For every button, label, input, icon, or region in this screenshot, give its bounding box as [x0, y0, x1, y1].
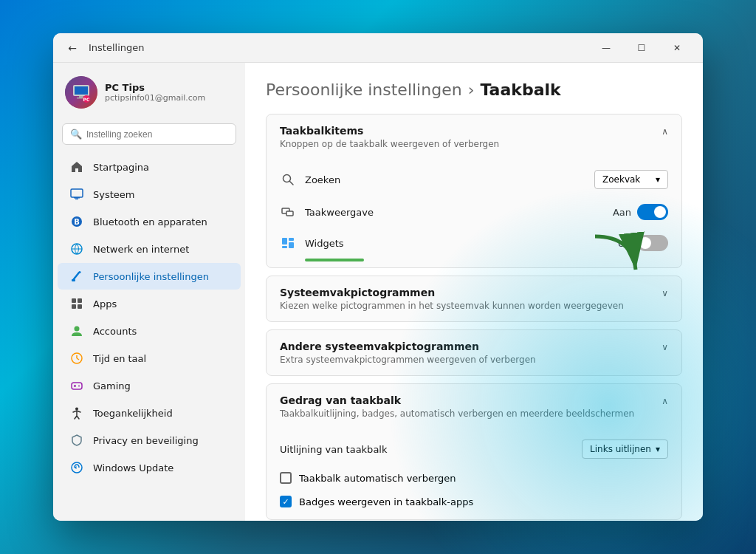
maximize-button[interactable]: ☐: [625, 36, 659, 60]
nav-label-taal: Tijd en taal: [93, 353, 146, 364]
svg-rect-19: [72, 304, 76, 309]
section-taakbalkitems-header[interactable]: Taakbalkitems Knoppen op de taakbalk wee…: [267, 114, 681, 160]
svg-line-24: [77, 358, 79, 360]
svg-rect-37: [289, 238, 294, 241]
setting-row-verbergen[interactable]: Taakbalk automatisch verbergen: [267, 466, 681, 490]
network-icon: [69, 242, 84, 256]
update-icon: [69, 460, 84, 475]
nav-label-netwerk: Netwerk en internet: [93, 244, 189, 255]
chevron-down-icon: ▾: [656, 174, 660, 185]
close-button[interactable]: ✕: [660, 36, 694, 60]
taakweergave-state-label: Aan: [613, 207, 631, 218]
svg-rect-17: [72, 298, 76, 303]
zoeken-dropdown-value: Zoekvak: [602, 174, 640, 185]
settings-window: ← Instellingen — ☐ ✕: [53, 33, 703, 521]
widgets-control: Uit: [618, 235, 668, 251]
section-gedrag-header[interactable]: Gedrag van taakbalk Taakbalkuitlijning, …: [267, 384, 681, 429]
svg-point-29: [75, 408, 78, 411]
taakweergave-toggle[interactable]: [637, 204, 668, 220]
svg-rect-8: [74, 197, 80, 199]
breadcrumb-separator: ›: [468, 81, 475, 99]
verbergen-label: Taakbalk automatisch verbergen: [299, 473, 456, 484]
sidebar: PC PC Tips pctipsinfo01@gmail.com 🔍: [53, 63, 245, 521]
uitlijning-dropdown-value: Links uitlijnen: [590, 444, 651, 454]
widgets-highlight-bar: [305, 259, 364, 261]
paint-icon: [69, 269, 84, 284]
uitlijning-dropdown[interactable]: Links uitlijnen ▾: [582, 440, 668, 459]
nav-label-accounts: Accounts: [93, 326, 137, 337]
setting-row-badges[interactable]: ✓ Badges weergeven in taakbalk-apps: [267, 490, 681, 513]
minimize-button[interactable]: —: [589, 36, 623, 60]
search-box[interactable]: 🔍: [62, 123, 236, 145]
back-button[interactable]: ←: [62, 38, 83, 58]
sidebar-item-persoonlijk[interactable]: Persoonlijke instellingen: [58, 263, 241, 290]
andere-chevron: ∨: [662, 342, 668, 352]
systeemvak-subtitle: Kiezen welke pictogrammen in het systeem…: [280, 301, 662, 311]
svg-point-28: [78, 386, 80, 387]
taakbalkitems-title: Taakbalkitems: [280, 125, 662, 137]
verbergen-checkbox[interactable]: [280, 472, 292, 484]
apps-icon: [69, 296, 84, 311]
taakbalkitems-subtitle: Knoppen op de taakbalk weergeven of verb…: [280, 139, 662, 149]
user-profile[interactable]: PC PC Tips pctipsinfo01@gmail.com: [53, 69, 245, 120]
nav-label-systeem: Systeem: [93, 189, 134, 200]
gedrag-chevron: ∧: [662, 396, 668, 406]
widgets-icon: [280, 235, 296, 251]
search-icon: 🔍: [70, 129, 82, 140]
titlebar: ← Instellingen — ☐ ✕: [53, 33, 703, 63]
svg-rect-20: [78, 304, 82, 309]
gaming-icon: [69, 378, 84, 393]
sidebar-item-apps[interactable]: Apps: [58, 290, 241, 317]
taakbalkitems-chevron: ∧: [662, 126, 668, 137]
nav-label-persoonlijk: Persoonlijke instellingen: [93, 271, 209, 282]
nav-label-gaming: Gaming: [93, 380, 131, 391]
taakbalkitems-content: Zoeken Zoekvak ▾ Taakweer: [267, 160, 681, 267]
nav-label-bluetooth: Bluetooth en apparaten: [93, 216, 207, 228]
svg-line-14: [73, 273, 79, 280]
accessibility-icon: [69, 406, 84, 420]
setting-row-uitlijning: Uitlijning van taakbalk Links uitlijnen …: [267, 432, 681, 466]
sidebar-item-update[interactable]: Windows Update: [58, 454, 241, 481]
badges-checkbox[interactable]: ✓: [280, 496, 292, 507]
nav-list: Startpagina Systeem B Bluetooth en appar…: [53, 154, 245, 481]
svg-rect-39: [282, 246, 287, 248]
svg-rect-25: [72, 383, 82, 389]
sidebar-item-gaming[interactable]: Gaming: [58, 372, 241, 399]
search-input[interactable]: [86, 129, 228, 140]
widgets-toggle[interactable]: [637, 235, 668, 251]
sidebar-item-accounts[interactable]: Accounts: [58, 318, 241, 344]
gedrag-subtitle: Taakbalkuitlijning, badges, automatisch …: [280, 408, 662, 419]
svg-line-33: [290, 182, 294, 185]
setting-row-zoeken: Zoeken Zoekvak ▾: [267, 163, 681, 196]
setting-row-taakweergave: Taakweergave Aan: [267, 196, 681, 228]
sidebar-item-systeem[interactable]: Systeem: [58, 181, 241, 208]
breadcrumb: Persoonlijke instellingen › Taakbalk: [266, 81, 682, 99]
main-layout: PC PC Tips pctipsinfo01@gmail.com 🔍: [53, 63, 703, 521]
setting-row-widgets: Widgets Uit: [267, 228, 681, 259]
nav-label-startpagina: Startpagina: [93, 162, 149, 173]
user-email: pctipsinfo01@gmail.com: [105, 93, 205, 103]
systeemvak-title: Systeemvakpictogrammen: [280, 287, 662, 298]
systeemvak-chevron: ∨: [662, 288, 668, 298]
sidebar-item-netwerk[interactable]: Netwerk en internet: [58, 236, 241, 262]
section-systeemvak-header[interactable]: Systeemvakpictogrammen Kiezen welke pict…: [267, 276, 681, 321]
andere-subtitle: Extra systeemvakpictogrammen weergeven o…: [280, 355, 662, 365]
sidebar-item-privacy[interactable]: Privacy en beveiliging: [58, 427, 241, 454]
sidebar-item-toegankelijkheid[interactable]: Toegankelijkheid: [58, 400, 241, 426]
content-area: Persoonlijke instellingen › Taakbalk Taa…: [245, 63, 703, 521]
section-andere-header[interactable]: Andere systeemvakpictogrammen Extra syst…: [267, 330, 681, 375]
user-info: PC Tips pctipsinfo01@gmail.com: [105, 82, 205, 103]
zoeken-dropdown[interactable]: Zoekvak ▾: [594, 170, 668, 189]
svg-rect-35: [286, 211, 293, 216]
svg-point-15: [79, 271, 81, 273]
gedrag-title: Gedrag van taakbalk: [280, 394, 662, 406]
avatar-icon: PC: [70, 81, 92, 103]
sidebar-item-startpagina[interactable]: Startpagina: [58, 154, 241, 180]
window-controls: — ☐ ✕: [589, 36, 694, 60]
zoeken-label: Zoeken: [305, 174, 585, 185]
svg-rect-9: [75, 199, 78, 200]
section-systeemvak: Systeemvakpictogrammen Kiezen welke pict…: [266, 276, 682, 322]
bluetooth-icon: B: [69, 214, 84, 229]
sidebar-item-taal[interactable]: Tijd en taal: [58, 345, 241, 372]
sidebar-item-bluetooth[interactable]: B Bluetooth en apparaten: [58, 208, 241, 235]
